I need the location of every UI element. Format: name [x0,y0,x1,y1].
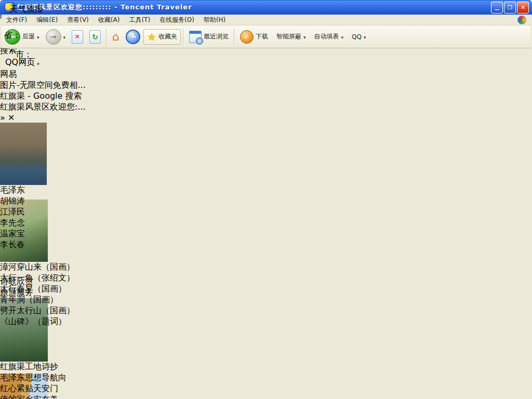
home-icon [112,32,119,42]
recent-history-icon [189,31,202,43]
travel-section-banner: 旅游服务 [0,287,133,298]
city-label: 市： [16,49,32,60]
menu-tools[interactable]: 工具(T) [124,15,155,25]
refresh-icon [89,30,101,44]
close-button[interactable] [517,2,529,14]
link-label: 《山碑》（题词） [0,316,66,326]
poetry-title: 诗歌欣赏 [0,276,33,286]
link-label: 漳河穿山来（国画） [0,262,75,272]
link-label: 李长春 [0,240,25,249]
link-label: 红心紧贴天安门 [0,383,58,393]
tab-google-search[interactable]: 红旗渠 - Google 搜索 [0,91,532,102]
link-label: 俺的家乡实在美 [0,394,58,399]
smart-block-label: 智能屏蔽 [276,32,301,41]
link-label: 毛泽东 [0,185,25,195]
tab-label: 红旗渠风景区欢迎您:... [0,102,86,112]
qq-web-button[interactable]: QQ网页 [0,56,532,69]
poem-link[interactable]: 红旗渠工地诗抄 [0,362,134,373]
tab-hongqiqu-active[interactable]: 红旗渠风景区欢迎您:... [0,102,532,113]
qq-label: QQ [352,33,362,41]
tt-ball-icon [517,16,526,24]
recent-label: 最近浏览 [204,32,229,41]
leaders-panel: 毛泽东 胡锦涛 江泽民 李先念 温家宝 李长春 [0,123,134,200]
menu-help[interactable]: 帮助(H) [199,15,230,25]
forward-icon [46,29,61,45]
province-label: 省： [4,30,21,41]
browser-window: 红旗渠风景区欢迎您::::::::: - Tencent Traveler 文件… [0,0,532,399]
main-toolbar: 后退 收藏夹 最近浏览 下载 智能屏蔽 [2,25,530,48]
tab-label: 红旗渠 - Google 搜索 [0,91,82,101]
history-button[interactable] [123,29,143,45]
leader-photo[interactable] [0,123,47,185]
smart-block-dropdown-icon[interactable] [303,33,306,41]
menu-view[interactable]: 查看(V) [62,15,94,25]
tabbar: 网易 图片-无限空间免费相... 红旗渠 - Google 搜索 红旗渠风景区欢… [0,69,532,123]
link-label: 江泽民 [0,207,25,217]
qq-web-dropdown-icon[interactable] [37,58,39,68]
menu-file[interactable]: 文件(F) [2,15,32,25]
leader-link[interactable]: 毛泽东 [0,185,134,196]
back-label: 后退 [22,32,35,41]
link-label: 胡锦涛 [0,196,25,206]
home-button[interactable] [109,31,123,43]
tab-label: 网易 [0,69,17,79]
menubar: 文件(F) 编辑(E) 查看(V) 收藏(A) 工具(T) 在线服务(O) 帮助… [2,15,530,25]
link-label: 毛泽东思想导航向 [0,373,66,382]
tab-overflow-button[interactable]: » [0,113,5,123]
history-clock-icon [126,30,140,44]
travel-title: 旅游服务 [0,287,33,297]
menu-edit[interactable]: 编辑(E) [32,15,62,25]
forward-dropdown-icon[interactable] [63,33,66,41]
toolbar-separator [183,28,184,46]
qq-dropdown-icon[interactable] [364,33,366,41]
link-label: 李先念 [0,218,25,228]
painting-link[interactable]: 漳河穿山来（国画） [0,262,133,273]
page-content: 毛泽东 胡锦涛 江泽民 李先念 温家宝 李长春 漳河穿山来（国画） 太行一角（张… [0,123,532,399]
tab-netease[interactable]: 网易 [0,69,532,80]
window-title: 红旗渠风景区欢迎您::::::::: - Tencent Traveler [17,3,491,12]
tab-photos[interactable]: 图片-无限空间免费相... [0,80,532,91]
back-dropdown-icon[interactable] [37,33,39,41]
recent-button[interactable]: 最近浏览 [186,30,232,44]
weather-title: 天气预报 [9,4,43,15]
menu-favorites[interactable]: 收藏(A) [94,15,125,25]
link-label: 温家宝 [0,229,25,238]
maximize-button[interactable] [504,2,516,14]
minimize-button[interactable] [491,2,503,14]
download-label: 下载 [256,32,268,41]
forward-button[interactable] [43,28,69,46]
autofill-label: 自动填表 [314,32,339,41]
qq-button[interactable]: QQ [347,32,369,42]
autofill-button[interactable]: 自动填表 [309,31,347,42]
favorites-label: 收藏夹 [158,32,177,41]
titlebar: 红旗渠风景区欢迎您::::::::: - Tencent Traveler [0,0,532,15]
download-button[interactable]: 下载 [237,29,271,45]
favorites-star-icon [147,31,156,43]
favorites-button[interactable]: 收藏夹 [143,29,181,45]
smart-block-button[interactable]: 智能屏蔽 [271,31,309,42]
menu-online-services[interactable]: 在线服务(O) [155,15,199,25]
toolbar-separator [234,28,235,46]
link-label: 红旗渠工地诗抄 [0,362,58,371]
stop-icon [72,30,83,44]
tab-close-button[interactable]: ✕ [8,113,15,123]
download-icon [240,30,254,44]
toolbar-separator [106,28,107,46]
stop-button[interactable] [69,29,86,45]
autofill-dropdown-icon[interactable] [341,33,344,41]
tab-label: 图片-无限空间免费相... [0,80,86,90]
refresh-button[interactable] [86,29,104,45]
link-label: 劈开太行山（国画） [0,305,75,315]
